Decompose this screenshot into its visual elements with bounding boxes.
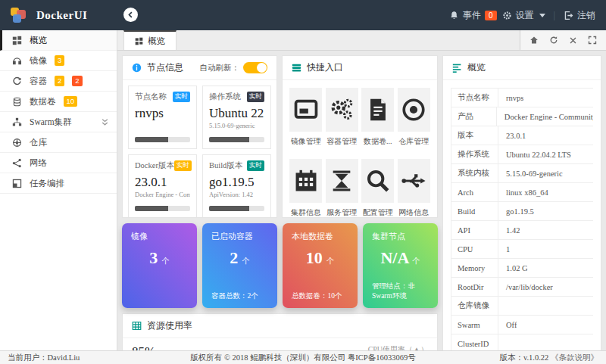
grid-icon [12,36,22,45]
info-icon [132,63,142,73]
sidebar-item-images[interactable]: 镜像 3 [0,51,117,71]
auto-refresh-toggle[interactable] [243,62,267,73]
quick-link-services[interactable]: 服务管理 [326,159,359,218]
gears-icon [329,97,355,123]
app-logo [11,6,29,24]
sidebar-item-orchestration[interactable]: 任务编排 [0,173,117,194]
sidebar-item-swarm[interactable]: Swarm集群 [0,112,117,132]
quick-link-config[interactable]: 配置管理 [361,159,395,218]
panel-title: 概览 [467,61,486,74]
events-menu[interactable]: 事件 0 [449,9,497,22]
terms-link[interactable]: 《条款说明》 [551,353,598,362]
progress-bar [135,137,190,142]
swarm-icon [12,117,22,127]
logout-icon [564,11,573,20]
card-value: Ubuntu 22.04.2 LTS [209,106,264,121]
sidebar-item-volumes[interactable]: 数据卷 10 [0,92,117,112]
sidebar-item-label: 网络 [30,157,47,169]
panel-title: 资源使用率 [147,319,192,332]
refresh-button[interactable] [549,36,558,45]
stat-unit: 个 [326,257,334,265]
panel-title: 节点信息 [147,61,183,74]
sidebar-item-label: 任务编排 [30,178,64,189]
cpu-usage-label: CPU使用率（▲） [368,344,428,350]
sidebar-collapse-button[interactable] [123,8,138,22]
tab-overview[interactable]: 概览 [123,30,176,50]
sidebar-item-label: 仓库 [30,137,47,148]
stat-subtitle: 管理结点：非Swarm环境 [372,282,429,300]
close-tab-button[interactable] [569,36,577,45]
realtime-badge: 实时 [173,92,190,102]
logout-label: 注销 [577,9,595,22]
quick-label: 数据卷... [364,136,392,147]
quick-link-containers[interactable]: 容器管理 [326,88,359,147]
sidebar-item-network[interactable]: 网络 [0,153,117,173]
os-card: 操作系统实时 Ubuntu 22.04.2 LTS 5.15.0-69-gene… [202,86,271,149]
card-label: 节点名称 [135,92,167,102]
stat-card-cluster-nodes: 集群节点 N/A 个 管理结点：非Swarm环境 [363,223,438,308]
logout-button[interactable]: 注销 [564,9,595,22]
quick-label: 集群信息 [291,207,321,218]
fullscreen-button[interactable] [588,36,597,45]
table-icon [132,321,142,331]
stat-title: 集群节点 [372,231,429,242]
chevron-left-icon [127,11,135,19]
card-subtitle: 5.15.0-69-generic [209,122,264,129]
quick-link-cluster[interactable]: 集群信息 [289,159,323,218]
settings-menu[interactable]: 设置 [502,9,545,22]
refresh-icon [549,36,558,45]
top-header: DockerUI 事件 0 设置 | 注销 [0,0,606,30]
header-divider: | [554,10,555,21]
quick-link-volumes[interactable]: 数据卷... [361,88,395,147]
progress-bar [209,137,264,142]
home-button[interactable] [529,36,539,45]
sidebar-item-label: 概览 [30,35,47,46]
docker-version-card: Docker版本实时 23.0.1 Docker Engine - Commun… [128,154,197,218]
container-icon [12,76,22,86]
quick-label: 容器管理 [326,136,357,147]
stat-title: 已启动容器 [211,231,268,242]
current-user-value: David.Liu [48,353,80,362]
stat-value: 2 [230,248,238,267]
main-content: 节点信息 自动刷新： 节点名称实时 rnvps [117,51,606,350]
app-title: DockerUI [36,9,87,22]
node-info-panel: 节点信息 自动刷新： 节点名称实时 rnvps [122,55,277,218]
table-row: 产品Docker Engine - Community [451,107,593,126]
sidebar-item-containers[interactable]: 容器 2 2 [0,71,117,92]
table-row: API1.42 [451,221,593,240]
quick-link-images[interactable]: 镜像管理 [289,88,323,147]
card-label: Build版本 [209,160,242,171]
stat-title: 本地数据卷 [292,231,348,242]
stat-card-running-containers: 已启动容器 2 个 容器总数：2个 [202,223,277,308]
document-icon [365,97,391,123]
tab-bar: 概览 [117,30,606,51]
quick-label: 镜像管理 [291,136,321,147]
table-row: Memory1.02 G [451,259,593,278]
grid-icon [135,37,143,45]
server-icon [292,63,301,73]
table-row: Archlinux x86_64 [451,183,593,202]
card-subtitle: ApiVersion: 1.42 [209,191,264,198]
sidebar-item-overview[interactable]: 概览 [0,30,117,51]
images-count-badge: 3 [55,55,64,66]
containers-stopped-badge: 2 [72,76,82,86]
quick-label: 服务管理 [326,207,357,218]
tab-label: 概览 [148,36,165,47]
quick-link-network[interactable]: 网络信息 [398,159,431,218]
volumes-icon [12,97,22,107]
quick-label: 网络信息 [398,207,429,218]
table-row: 系统内核5.15.0-69-generic [451,164,593,183]
realtime-badge: 实时 [247,92,264,102]
events-count-badge: 0 [485,11,497,20]
auto-refresh-label: 自动刷新： [200,63,240,73]
stat-value: 3 [149,248,158,267]
stat-unit: 个 [413,257,420,265]
sidebar-item-registry[interactable]: 仓库 [0,132,117,153]
containers-running-badge: 2 [55,76,64,86]
quick-link-registry[interactable]: 仓库管理 [398,88,431,147]
cpu-usage-value: 85% [132,344,155,350]
record-icon [401,97,426,123]
footer: 版权所有 © 2018 鲲鹏科技（深圳）有限公司 粤ICP备16033069号 … [0,350,606,364]
settings-label: 设置 [516,9,534,22]
hourglass-icon [329,168,355,194]
